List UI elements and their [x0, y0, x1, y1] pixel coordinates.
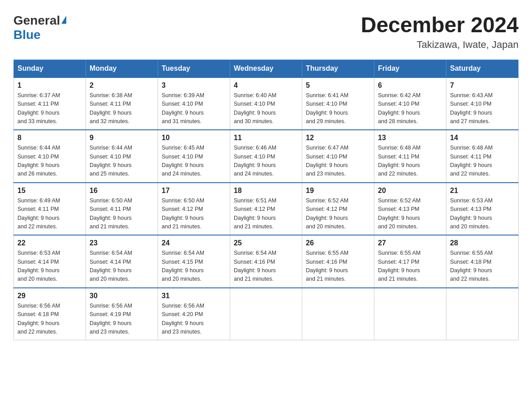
day-number: 27	[378, 239, 442, 247]
calendar-cell: 6 Sunrise: 6:42 AMSunset: 4:10 PMDayligh…	[374, 77, 446, 130]
day-number: 11	[234, 134, 298, 142]
day-info: Sunrise: 6:52 AMSunset: 4:13 PMDaylight:…	[378, 197, 420, 230]
day-number: 7	[450, 81, 515, 90]
day-number: 14	[450, 134, 515, 142]
logo: General Blue	[13, 13, 66, 42]
day-number: 8	[17, 134, 82, 142]
day-info: Sunrise: 6:53 AMSunset: 4:14 PMDaylight:…	[17, 250, 60, 282]
day-info: Sunrise: 6:44 AMSunset: 4:10 PMDaylight:…	[17, 145, 60, 177]
calendar-week-5: 29 Sunrise: 6:56 AMSunset: 4:18 PMDaylig…	[14, 288, 519, 340]
logo-triangle-icon	[61, 16, 66, 24]
day-info: Sunrise: 6:56 AMSunset: 4:18 PMDaylight:…	[17, 303, 60, 335]
day-info: Sunrise: 6:51 AMSunset: 4:12 PMDaylight:…	[234, 197, 276, 230]
day-info: Sunrise: 6:46 AMSunset: 4:10 PMDaylight:…	[234, 145, 276, 177]
calendar-cell: 29 Sunrise: 6:56 AMSunset: 4:18 PMDaylig…	[14, 288, 86, 340]
day-info: Sunrise: 6:52 AMSunset: 4:12 PMDaylight:…	[306, 197, 348, 230]
day-info: Sunrise: 6:47 AMSunset: 4:10 PMDaylight:…	[306, 145, 348, 177]
calendar-cell: 12 Sunrise: 6:47 AMSunset: 4:10 PMDaylig…	[302, 130, 374, 183]
day-info: Sunrise: 6:45 AMSunset: 4:10 PMDaylight:…	[162, 145, 204, 177]
day-number: 26	[306, 239, 370, 247]
day-number: 30	[90, 292, 154, 300]
calendar-week-1: 1 Sunrise: 6:37 AMSunset: 4:11 PMDayligh…	[14, 77, 519, 130]
col-wednesday: Wednesday	[230, 60, 302, 77]
day-info: Sunrise: 6:41 AMSunset: 4:10 PMDaylight:…	[306, 92, 348, 124]
col-sunday: Sunday	[14, 60, 86, 77]
day-info: Sunrise: 6:49 AMSunset: 4:11 PMDaylight:…	[17, 197, 60, 230]
day-info: Sunrise: 6:48 AMSunset: 4:11 PMDaylight:…	[450, 145, 493, 177]
calendar-week-4: 22 Sunrise: 6:53 AMSunset: 4:14 PMDaylig…	[14, 235, 519, 288]
day-info: Sunrise: 6:43 AMSunset: 4:10 PMDaylight:…	[450, 92, 493, 124]
day-number: 9	[90, 134, 154, 142]
calendar-cell: 13 Sunrise: 6:48 AMSunset: 4:11 PMDaylig…	[374, 130, 446, 183]
calendar-cell: 24 Sunrise: 6:54 AMSunset: 4:15 PMDaylig…	[158, 235, 230, 288]
day-number: 23	[90, 239, 154, 247]
calendar-cell: 17 Sunrise: 6:50 AMSunset: 4:12 PMDaylig…	[158, 183, 230, 235]
logo-blue-text: Blue	[13, 28, 41, 42]
calendar-cell: 1 Sunrise: 6:37 AMSunset: 4:11 PMDayligh…	[14, 77, 86, 130]
day-number: 6	[378, 81, 442, 90]
calendar-cell: 20 Sunrise: 6:52 AMSunset: 4:13 PMDaylig…	[374, 183, 446, 235]
day-info: Sunrise: 6:50 AMSunset: 4:11 PMDaylight:…	[90, 197, 132, 230]
calendar-cell: 15 Sunrise: 6:49 AMSunset: 4:11 PMDaylig…	[14, 183, 86, 235]
day-info: Sunrise: 6:56 AMSunset: 4:19 PMDaylight:…	[90, 303, 132, 335]
day-number: 3	[162, 81, 226, 90]
day-number: 5	[306, 81, 370, 90]
day-info: Sunrise: 6:56 AMSunset: 4:20 PMDaylight:…	[162, 303, 204, 335]
day-number: 28	[450, 239, 515, 247]
day-info: Sunrise: 6:53 AMSunset: 4:13 PMDaylight:…	[450, 197, 493, 230]
calendar-cell: 25 Sunrise: 6:54 AMSunset: 4:16 PMDaylig…	[230, 235, 302, 288]
day-number: 24	[162, 239, 226, 247]
day-info: Sunrise: 6:54 AMSunset: 4:16 PMDaylight:…	[234, 250, 276, 282]
day-number: 15	[17, 187, 82, 195]
calendar-cell	[302, 288, 374, 340]
day-number: 16	[90, 187, 154, 195]
calendar-table: Sunday Monday Tuesday Wednesday Thursday…	[13, 60, 519, 341]
logo-general-text: General	[13, 13, 60, 28]
calendar-header-row: Sunday Monday Tuesday Wednesday Thursday…	[14, 60, 519, 77]
calendar-cell: 7 Sunrise: 6:43 AMSunset: 4:10 PMDayligh…	[446, 77, 519, 130]
calendar-cell: 2 Sunrise: 6:38 AMSunset: 4:11 PMDayligh…	[86, 77, 158, 130]
calendar-cell: 21 Sunrise: 6:53 AMSunset: 4:13 PMDaylig…	[446, 183, 519, 235]
day-info: Sunrise: 6:40 AMSunset: 4:10 PMDaylight:…	[234, 92, 276, 124]
calendar-cell	[374, 288, 446, 340]
calendar-cell: 30 Sunrise: 6:56 AMSunset: 4:19 PMDaylig…	[86, 288, 158, 340]
col-monday: Monday	[86, 60, 158, 77]
day-number: 12	[306, 134, 370, 142]
calendar-cell: 27 Sunrise: 6:55 AMSunset: 4:17 PMDaylig…	[374, 235, 446, 288]
calendar-cell: 11 Sunrise: 6:46 AMSunset: 4:10 PMDaylig…	[230, 130, 302, 183]
col-thursday: Thursday	[302, 60, 374, 77]
month-year-title: December 2024	[361, 13, 519, 37]
calendar-cell: 16 Sunrise: 6:50 AMSunset: 4:11 PMDaylig…	[86, 183, 158, 235]
calendar-cell: 5 Sunrise: 6:41 AMSunset: 4:10 PMDayligh…	[302, 77, 374, 130]
day-info: Sunrise: 6:55 AMSunset: 4:18 PMDaylight:…	[450, 250, 493, 282]
day-number: 29	[17, 292, 82, 300]
calendar-cell: 4 Sunrise: 6:40 AMSunset: 4:10 PMDayligh…	[230, 77, 302, 130]
page-header: General Blue December 2024 Takizawa, Iwa…	[13, 13, 519, 51]
calendar-cell: 23 Sunrise: 6:54 AMSunset: 4:14 PMDaylig…	[86, 235, 158, 288]
day-info: Sunrise: 6:38 AMSunset: 4:11 PMDaylight:…	[90, 92, 132, 124]
day-info: Sunrise: 6:42 AMSunset: 4:10 PMDaylight:…	[378, 92, 420, 124]
calendar-week-2: 8 Sunrise: 6:44 AMSunset: 4:10 PMDayligh…	[14, 130, 519, 183]
location-subtitle: Takizawa, Iwate, Japan	[361, 39, 519, 51]
calendar-cell	[230, 288, 302, 340]
calendar-week-3: 15 Sunrise: 6:49 AMSunset: 4:11 PMDaylig…	[14, 183, 519, 235]
calendar-cell: 3 Sunrise: 6:39 AMSunset: 4:10 PMDayligh…	[158, 77, 230, 130]
day-number: 19	[306, 187, 370, 195]
calendar-cell	[446, 288, 519, 340]
day-number: 20	[378, 187, 442, 195]
day-info: Sunrise: 6:44 AMSunset: 4:10 PMDaylight:…	[90, 145, 132, 177]
day-info: Sunrise: 6:48 AMSunset: 4:11 PMDaylight:…	[378, 145, 420, 177]
calendar-cell: 28 Sunrise: 6:55 AMSunset: 4:18 PMDaylig…	[446, 235, 519, 288]
col-friday: Friday	[374, 60, 446, 77]
day-number: 13	[378, 134, 442, 142]
day-number: 1	[17, 81, 82, 90]
day-number: 21	[450, 187, 515, 195]
calendar-cell: 26 Sunrise: 6:55 AMSunset: 4:16 PMDaylig…	[302, 235, 374, 288]
day-info: Sunrise: 6:39 AMSunset: 4:10 PMDaylight:…	[162, 92, 204, 124]
col-tuesday: Tuesday	[158, 60, 230, 77]
day-number: 22	[17, 239, 82, 247]
day-info: Sunrise: 6:54 AMSunset: 4:15 PMDaylight:…	[162, 250, 204, 282]
title-section: December 2024 Takizawa, Iwate, Japan	[361, 13, 519, 51]
day-number: 10	[162, 134, 226, 142]
day-number: 18	[234, 187, 298, 195]
